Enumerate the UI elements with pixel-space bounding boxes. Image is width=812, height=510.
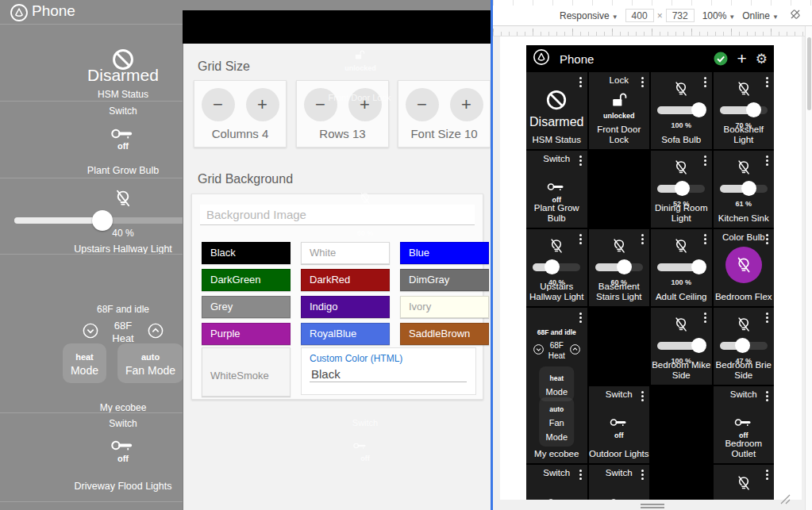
tile-sofa-bulb[interactable]: 100 %Sofa Bulb xyxy=(651,72,712,149)
tile-bedroom-brie-side[interactable]: 47 %Bedroom Brie Side xyxy=(714,308,775,385)
dimmer-slider[interactable] xyxy=(720,341,768,351)
color-whitesmoke-button[interactable]: WhiteSmoke xyxy=(202,347,291,397)
tile-front-door-lock[interactable]: LockunlockedFront Door Lock xyxy=(589,72,650,149)
color-dimgray-button[interactable]: DimGray xyxy=(400,269,489,291)
preview-tile-my-ecobee: 68F and idle 68FHeat heatModeautoFan Mod… xyxy=(0,254,183,412)
color-purple-button[interactable]: Purple xyxy=(202,323,291,345)
font-size-decrement-button[interactable]: − xyxy=(406,88,439,121)
scrollbar-thumb[interactable] xyxy=(807,37,811,110)
tile-my-ecobee[interactable]: 68F and idle68FHeatheatModeautoFanModeMy… xyxy=(526,308,587,463)
background-image-input[interactable] xyxy=(200,205,475,225)
color-black-button[interactable]: Black xyxy=(202,242,291,264)
viewport-height-input[interactable] xyxy=(666,9,695,22)
tile-name: Bedroom Brie Side xyxy=(714,360,775,382)
dimmer-slider[interactable] xyxy=(720,105,768,115)
tile-menu-icon[interactable] xyxy=(579,77,582,89)
dimmer-slider[interactable] xyxy=(720,184,768,194)
setpoint-up-icon[interactable] xyxy=(147,322,164,343)
color-darkgreen-button[interactable]: DarkGreen xyxy=(202,269,291,291)
tile-menu-icon[interactable] xyxy=(579,313,582,324)
tile-menu-icon[interactable] xyxy=(641,391,644,403)
tile-menu-icon[interactable] xyxy=(766,391,768,403)
tile-bedroom-flex[interactable]: Color BulbBedroom Flex xyxy=(714,229,775,306)
setpoint-down-icon[interactable] xyxy=(533,343,545,359)
network-throttle-select[interactable]: Online▼ xyxy=(742,10,779,21)
tile-hsm-status[interactable]: DisarmedHSM Status xyxy=(526,72,587,149)
tile-menu-icon[interactable] xyxy=(641,77,644,89)
color-ivory-button[interactable]: Ivory xyxy=(400,296,489,318)
color-bulb-swatch[interactable] xyxy=(725,247,762,283)
tile-tile[interactable] xyxy=(714,465,775,500)
color-royalblue-button[interactable]: RoyalBlue xyxy=(301,323,390,345)
color-indigo-button[interactable]: Indigo xyxy=(301,296,390,318)
dimmer-slider[interactable] xyxy=(533,263,580,272)
tile-name: HSM Status xyxy=(0,89,183,100)
tile-menu-icon[interactable] xyxy=(704,155,706,167)
dimmer-slider[interactable] xyxy=(657,341,705,351)
viewport-resize-handle[interactable] xyxy=(641,502,664,510)
chevron-down-icon: ▼ xyxy=(772,13,779,21)
add-tile-icon[interactable]: + xyxy=(737,52,746,66)
thermostat-mode-button[interactable]: heatMode xyxy=(63,343,106,383)
gear-icon[interactable]: ⚙ xyxy=(756,52,768,66)
tile-outdoor-lights[interactable]: SwitchoffOutdoor Lights xyxy=(589,386,650,463)
tile-menu-icon[interactable] xyxy=(766,313,768,324)
dimmer-slider[interactable] xyxy=(657,105,705,115)
tile-menu-icon[interactable] xyxy=(766,155,768,167)
dimmer-slider[interactable] xyxy=(657,263,705,272)
tile-dining-room-light[interactable]: 52 %Dining Room Light xyxy=(651,151,712,228)
tile-adult-ceiling[interactable]: 100 %Adult Ceiling xyxy=(651,229,712,306)
zoom-select[interactable]: 100%▼ xyxy=(702,10,736,21)
tile-menu-icon[interactable] xyxy=(766,77,768,89)
rows-increment-button[interactable]: + xyxy=(348,88,382,121)
tile-menu-icon[interactable] xyxy=(766,234,768,246)
tile-kitchen-sink[interactable]: 61 %Kitchen Sink xyxy=(714,151,775,228)
tile-basement-stairs-light[interactable]: 60 %Basement Stairs Light xyxy=(589,229,650,306)
color-darkred-button[interactable]: DarkRed xyxy=(301,269,390,291)
thermostat-fan-mode-button[interactable]: autoFan Mode xyxy=(117,343,183,383)
rows-decrement-button[interactable]: − xyxy=(304,88,337,121)
tile-plant-grow-bulb[interactable]: SwitchoffPlant Grow Bulb xyxy=(526,151,587,228)
dimmer-slider[interactable] xyxy=(657,184,705,194)
dimmer-slider[interactable] xyxy=(595,263,643,272)
tile-switch[interactable]: Switch xyxy=(589,465,650,500)
columns-decrement-button[interactable]: − xyxy=(202,88,235,121)
thermostat-mode-button[interactable]: heatMode xyxy=(539,366,574,401)
switch-off-icon xyxy=(589,416,650,431)
tile-bedroom-outlet[interactable]: SwitchoffBedroom Outlet xyxy=(714,386,775,463)
empty-cell xyxy=(589,151,650,228)
setpoint-up-icon[interactable] xyxy=(569,343,581,359)
tile-switch[interactable]: Switch xyxy=(526,465,587,500)
tile-menu-icon[interactable] xyxy=(579,234,582,246)
setpoint-down-icon[interactable] xyxy=(82,322,99,343)
color-saddlebrown-button[interactable]: SaddleBrown xyxy=(400,323,489,345)
devtools-menu-icon[interactable]: ⋮ xyxy=(809,9,812,23)
viewport-width-input[interactable] xyxy=(625,9,654,22)
tile-menu-icon[interactable] xyxy=(641,234,644,246)
tile-bookshelf-light[interactable]: 70 %Bookshelf Light xyxy=(714,72,775,149)
tile-template-label: Switch xyxy=(589,389,650,399)
custom-color-input[interactable] xyxy=(310,366,467,382)
connection-status-icon xyxy=(714,52,728,66)
tile-menu-icon[interactable] xyxy=(579,470,582,481)
tile-menu-icon[interactable] xyxy=(766,470,768,481)
columns-increment-button[interactable]: + xyxy=(246,88,279,121)
tile-upstairs-hallway-light[interactable]: 40 %Upstairs Hallway Light xyxy=(526,229,587,306)
background-color-grid: BlackWhiteBlueDarkGreenDarkRedDimGrayGre… xyxy=(202,242,476,345)
tile-bedroom-mike-side[interactable]: 100 %Bedroom Mike Side xyxy=(651,308,712,385)
tile-menu-icon[interactable] xyxy=(704,313,706,324)
tile-menu-icon[interactable] xyxy=(704,77,706,89)
tile-menu-icon[interactable] xyxy=(579,155,582,167)
thermostat-fan-mode-button[interactable]: autoFanMode xyxy=(539,397,574,447)
font-size-increment-button[interactable]: + xyxy=(450,88,483,121)
window-resize-grip[interactable] xyxy=(780,493,791,508)
color-white-button[interactable]: White xyxy=(301,242,390,264)
device-type-select[interactable]: Responsive▼ xyxy=(560,10,618,21)
color-grey-button[interactable]: Grey xyxy=(202,296,291,318)
tile-template-label: Color Bulb xyxy=(714,232,775,242)
window-scrollbar[interactable] xyxy=(805,26,812,510)
tile-menu-icon[interactable] xyxy=(704,234,706,246)
rotate-viewport-icon[interactable] xyxy=(789,8,802,23)
tile-menu-icon[interactable] xyxy=(641,470,644,481)
color-blue-button[interactable]: Blue xyxy=(400,242,489,264)
